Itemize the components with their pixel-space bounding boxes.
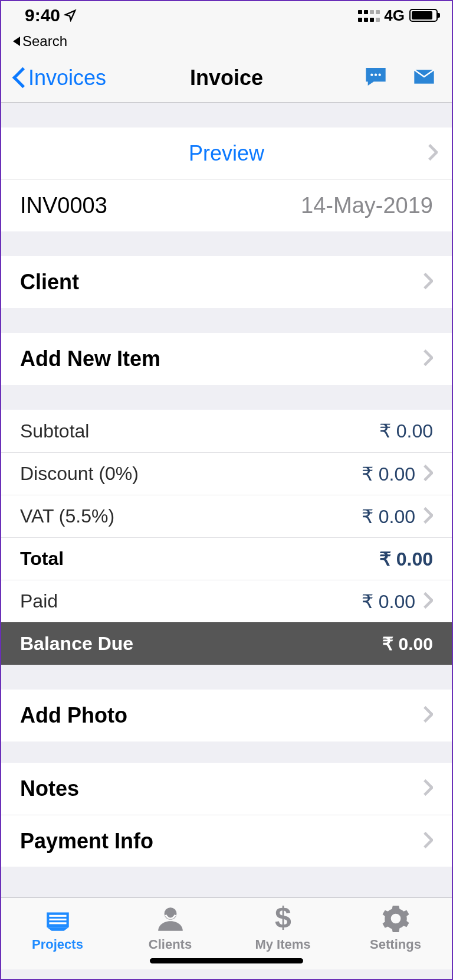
vat-row[interactable]: VAT (5.5%) ₹ 0.00 xyxy=(1,495,452,537)
location-icon xyxy=(64,9,77,22)
invoice-meta-row[interactable]: INV0003 14-May-2019 xyxy=(1,179,452,231)
items-section: Add New Item xyxy=(1,333,452,385)
status-time: 9:40 xyxy=(25,5,77,25)
time-label: 9:40 xyxy=(25,5,60,25)
page-title: Invoice xyxy=(190,66,263,90)
discount-row[interactable]: Discount (0%) ₹ 0.00 xyxy=(1,452,452,495)
status-bar: 9:40 4G xyxy=(1,1,452,30)
back-to-search[interactable]: Search xyxy=(1,30,452,53)
network-label: 4G xyxy=(384,6,405,25)
back-search-label: Search xyxy=(22,33,67,50)
chevron-right-icon xyxy=(424,832,433,851)
preview-label: Preview xyxy=(189,141,264,166)
tab-bar: Projects Clients $ My Items Settings xyxy=(1,897,452,969)
discount-label: Discount (0%) xyxy=(20,463,139,485)
signal-icon xyxy=(358,9,379,22)
svg-text:$: $ xyxy=(275,903,291,934)
payment-info-row[interactable]: Payment Info xyxy=(1,815,452,867)
tab-label: My Items xyxy=(255,937,310,952)
nav-back-button[interactable]: Invoices xyxy=(15,66,106,90)
total-row: Total ₹ 0.00 xyxy=(1,537,452,580)
tab-projects[interactable]: Projects xyxy=(1,904,114,952)
balance-due-row: Balance Due ₹ 0.00 xyxy=(1,622,452,665)
vat-value: ₹ 0.00 xyxy=(362,505,415,528)
chat-icon xyxy=(362,65,389,89)
paid-label: Paid xyxy=(20,590,58,612)
chevron-right-icon xyxy=(424,465,433,484)
svg-point-0 xyxy=(370,73,373,76)
amounts-section: Subtotal ₹ 0.00 Discount (0%) ₹ 0.00 VAT… xyxy=(1,410,452,622)
invoice-date: 14-May-2019 xyxy=(301,193,433,218)
svg-rect-4 xyxy=(49,915,66,917)
tab-my-items[interactable]: $ My Items xyxy=(226,904,339,952)
chevron-right-icon xyxy=(424,706,433,725)
chevron-left-icon xyxy=(15,68,27,88)
home-indicator[interactable] xyxy=(150,958,303,963)
client-row[interactable]: Client xyxy=(1,256,452,308)
preview-row[interactable]: Preview xyxy=(1,128,452,179)
tab-label: Settings xyxy=(370,937,421,952)
settings-icon xyxy=(380,904,412,933)
vat-label: VAT (5.5%) xyxy=(20,505,114,527)
client-section: Client xyxy=(1,256,452,308)
status-right: 4G xyxy=(358,6,438,25)
svg-rect-6 xyxy=(49,922,66,924)
my-items-icon: $ xyxy=(267,904,299,933)
add-photo-row[interactable]: Add Photo xyxy=(1,690,452,741)
invoice-number: INV0003 xyxy=(20,193,107,218)
chevron-right-icon xyxy=(424,507,433,526)
tab-label: Clients xyxy=(149,937,192,952)
chevron-right-icon xyxy=(424,349,433,368)
nav-back-label: Invoices xyxy=(28,66,106,90)
balance-label: Balance Due xyxy=(20,633,133,655)
back-triangle-icon xyxy=(13,37,20,46)
chevron-right-icon xyxy=(428,144,438,163)
mail-icon xyxy=(411,65,438,89)
battery-icon xyxy=(409,9,438,22)
tab-label: Projects xyxy=(32,937,83,952)
total-value: ₹ 0.00 xyxy=(379,548,433,570)
payment-info-label: Payment Info xyxy=(20,829,153,854)
chevron-right-icon xyxy=(424,592,433,611)
add-item-row[interactable]: Add New Item xyxy=(1,333,452,385)
discount-value: ₹ 0.00 xyxy=(362,463,415,485)
subtotal-row: Subtotal ₹ 0.00 xyxy=(1,410,452,452)
chat-button[interactable] xyxy=(362,65,389,91)
tab-clients[interactable]: Clients xyxy=(114,904,226,952)
svg-point-1 xyxy=(375,73,377,76)
client-label: Client xyxy=(20,270,79,295)
paid-value: ₹ 0.00 xyxy=(362,590,415,613)
total-label: Total xyxy=(20,548,64,570)
photo-section: Add Photo xyxy=(1,690,452,741)
mail-button[interactable] xyxy=(411,65,438,91)
notes-label: Notes xyxy=(20,776,79,801)
paid-row[interactable]: Paid ₹ 0.00 xyxy=(1,580,452,622)
projects-icon xyxy=(42,904,74,933)
subtotal-label: Subtotal xyxy=(20,420,89,442)
nav-bar: Invoices Invoice xyxy=(1,53,452,103)
svg-point-2 xyxy=(379,73,381,76)
svg-rect-5 xyxy=(49,919,66,920)
subtotal-value: ₹ 0.00 xyxy=(379,420,433,442)
balance-value: ₹ 0.00 xyxy=(382,633,433,654)
invoice-header-section: Preview INV0003 14-May-2019 xyxy=(1,128,452,231)
chevron-right-icon xyxy=(424,273,433,292)
notes-section: Notes Payment Info xyxy=(1,763,452,867)
clients-icon xyxy=(155,904,186,933)
tab-settings[interactable]: Settings xyxy=(339,904,452,952)
notes-row[interactable]: Notes xyxy=(1,763,452,815)
add-photo-label: Add Photo xyxy=(20,703,127,728)
chevron-right-icon xyxy=(424,779,433,798)
add-item-label: Add New Item xyxy=(20,347,160,371)
